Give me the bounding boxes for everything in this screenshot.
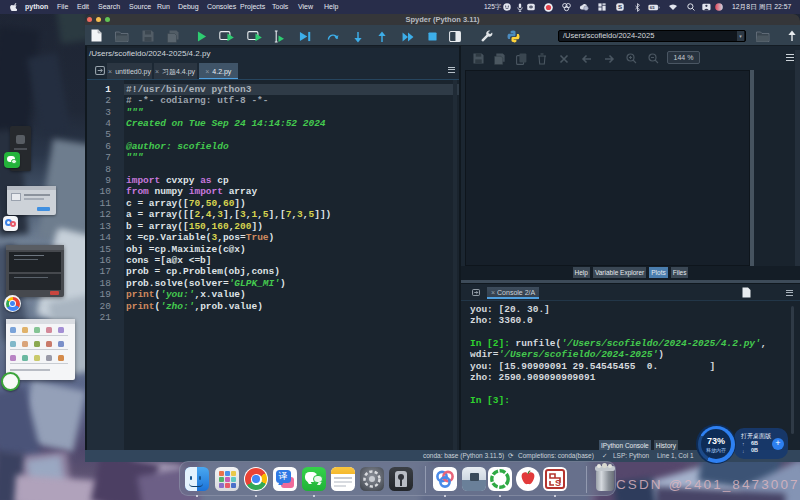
svg-text:65: 65 xyxy=(650,5,655,10)
svg-text:S: S xyxy=(618,3,622,10)
svg-text:S: S xyxy=(555,478,561,488)
